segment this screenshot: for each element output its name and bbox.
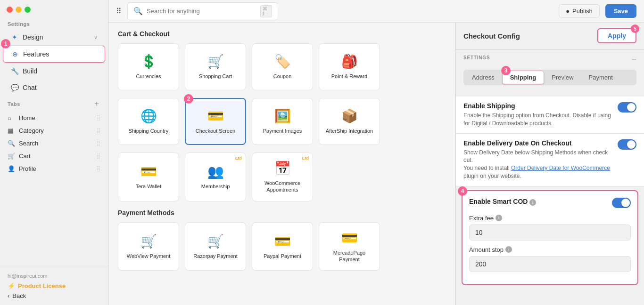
card-tera-wallet-label: Tera Wallet	[136, 183, 162, 190]
back-button[interactable]: ‹ Back	[8, 292, 100, 299]
publish-button[interactable]: ● Publish	[559, 4, 600, 18]
home-icon: ⌂	[8, 114, 15, 121]
card-coupon-label: Coupon	[273, 73, 292, 80]
card-coupon[interactable]: 🏷️ Coupon	[252, 43, 313, 90]
apply-button[interactable]: Apply 5	[597, 28, 636, 43]
settings-label: Settings	[0, 17, 108, 29]
card-point-reward[interactable]: 🎒 Point & Reward	[319, 43, 380, 90]
product-license-button[interactable]: ⚡ Product License	[8, 282, 100, 289]
enable-shipping-desc: Enable the Shipping option from Checkout…	[463, 112, 612, 128]
sidebar-item-build[interactable]: 🔧 Build	[3, 63, 105, 79]
sidebar: Settings 1 ✦ Design ∨ ⊕ Features 🔧 Build…	[0, 0, 108, 305]
sidebar-item-chat[interactable]: 💬 Chat	[3, 80, 105, 96]
card-webview-payment[interactable]: 🛒 WebView Payment	[118, 222, 179, 271]
badge-4: 4	[458, 186, 467, 196]
checkout-screen-icon: 💳	[207, 108, 224, 124]
tab-preview[interactable]: Preview	[544, 71, 581, 84]
card-shipping-country[interactable]: 🌐 Shipping Country	[118, 98, 179, 145]
tab-payment[interactable]: Payment	[581, 71, 620, 84]
extra-fee-group: Extra fee i	[469, 215, 631, 241]
card-payment-images[interactable]: 🖼️ Payment Images	[252, 98, 313, 145]
add-tab-button[interactable]: ＋	[93, 99, 100, 109]
card-grid-row3: 💳 Tera Wallet Etd 👥 Membership Etd 📅 Woo…	[118, 152, 446, 201]
tab-cart[interactable]: 🛒 Cart ⣿	[0, 150, 108, 162]
content-area: Cart & Checkout 💲 Currencies 🛒 Shopping …	[108, 23, 644, 305]
drag-handle[interactable]: ⣿	[97, 153, 100, 159]
tab-profile[interactable]: 👤 Profile ⣿	[0, 162, 108, 175]
amount-stop-info-icon: i	[505, 246, 512, 253]
payment-images-icon: 🖼️	[274, 108, 291, 124]
card-point-reward-label: Point & Reward	[331, 73, 367, 80]
sidebar-item-features-label: Features	[23, 50, 97, 58]
tab-category[interactable]: ▦ Category ⣿	[0, 124, 108, 137]
search-tab-icon: 🔍	[8, 140, 15, 147]
traffic-dot-green[interactable]	[25, 7, 31, 13]
card-tera-wallet[interactable]: 💳 Tera Wallet	[118, 152, 179, 201]
shopping-cart-icon: 🛒	[207, 54, 224, 69]
grid-icon[interactable]: ⠿	[116, 7, 122, 16]
enable-delivery-title: Enable Delivery Date On Checkout	[463, 139, 612, 147]
tab-search[interactable]: 🔍 Search ⣿	[0, 137, 108, 150]
sidebar-item-design[interactable]: ✦ Design ∨	[3, 29, 105, 45]
build-icon: 🔧	[10, 67, 19, 75]
settings-section-label: SETTINGS	[463, 55, 490, 60]
enable-shipping-info: Enable Shipping Enable the Shipping opti…	[463, 102, 612, 128]
shipping-country-icon: 🌐	[140, 108, 157, 124]
tabs-section-label: Tabs	[8, 101, 20, 107]
section-cart-checkout-title: Cart & Checkout	[118, 30, 446, 38]
enable-delivery-row: Enable Delivery Date On Checkout Show De…	[456, 134, 644, 186]
search-bar[interactable]: 🔍 ⌘ F	[127, 2, 278, 20]
traffic-dot-yellow[interactable]	[16, 7, 22, 13]
enable-shipping-title: Enable Shipping	[463, 102, 612, 110]
panel-title: Checkout Config	[463, 32, 520, 40]
card-paypal[interactable]: 💳 Paypal Payment	[252, 222, 313, 271]
card-mercadopago[interactable]: 💳 MercadoPago Payment	[319, 222, 380, 271]
tabs-row: 3 Address Shipping Preview Payment	[463, 70, 636, 85]
card-membership[interactable]: Etd 👥 Membership	[185, 152, 246, 201]
card-shipping-country-label: Shipping Country	[129, 128, 168, 134]
search-input[interactable]	[147, 8, 256, 15]
card-shopping-cart[interactable]: 🛒 Shopping Cart	[185, 43, 246, 90]
card-aftership[interactable]: 📦 AfterShip Integration	[319, 98, 380, 145]
currencies-icon: 💲	[140, 54, 157, 69]
card-woo-appointments[interactable]: Etd 📅 WooCommerce Appointments	[252, 152, 313, 201]
card-paypal-label: Paypal Payment	[264, 253, 301, 259]
amount-stop-input[interactable]	[469, 256, 631, 272]
profile-tab-icon: 👤	[8, 165, 15, 172]
settings-section: SETTINGS − 3 Address Shipping Preview Pa…	[456, 49, 644, 96]
tab-cart-label: Cart	[19, 152, 93, 160]
card-webview-payment-label: WebView Payment	[127, 253, 171, 259]
tab-home-label: Home	[19, 114, 93, 121]
drag-handle[interactable]: ⣿	[97, 140, 100, 146]
amount-stop-group: Amount stop i	[469, 246, 631, 272]
extra-fee-input[interactable]	[469, 225, 631, 241]
drag-handle[interactable]: ⣿	[97, 166, 100, 172]
membership-icon: 👥	[207, 164, 224, 179]
card-razorpay[interactable]: 🛒 Razorpay Payment	[185, 222, 246, 271]
footer-email: hi@inspireui.com	[8, 273, 100, 279]
point-reward-icon: 🎒	[341, 54, 358, 69]
delivery-date-link[interactable]: Order Delivery Date for WooCommerce	[511, 165, 610, 171]
drag-handle[interactable]: ⣿	[97, 115, 100, 121]
right-panel: Checkout Config Apply 5 SETTINGS − 3	[455, 23, 644, 305]
tab-home[interactable]: ⌂ Home ⣿	[0, 112, 108, 124]
traffic-dot-red[interactable]	[7, 7, 13, 13]
card-checkout-screen[interactable]: 💳 Checkout Screen	[185, 98, 246, 145]
tab-address[interactable]: Address	[464, 71, 502, 84]
card-woo-appointments-label: WooCommerce Appointments	[256, 180, 309, 193]
features-icon: ⊕	[11, 50, 19, 58]
drag-handle[interactable]: ⣿	[97, 128, 100, 134]
card-currencies-label: Currencies	[136, 73, 161, 80]
card-aftership-label: AfterShip Integration	[326, 128, 373, 134]
card-currencies[interactable]: 💲 Currencies	[118, 43, 179, 90]
enable-delivery-toggle[interactable]	[618, 139, 636, 150]
smart-cod-toggle[interactable]	[612, 198, 631, 208]
minus-icon[interactable]: −	[631, 55, 636, 65]
aftership-icon: 📦	[341, 108, 358, 124]
sidebar-item-features[interactable]: ⊕ Features	[3, 46, 105, 63]
enable-shipping-toggle[interactable]	[618, 102, 636, 112]
sidebar-item-chat-label: Chat	[23, 84, 98, 91]
save-button[interactable]: Save	[605, 4, 636, 18]
chat-icon: 💬	[10, 83, 19, 92]
section-payment-methods-title: Payment Methods	[118, 209, 446, 217]
